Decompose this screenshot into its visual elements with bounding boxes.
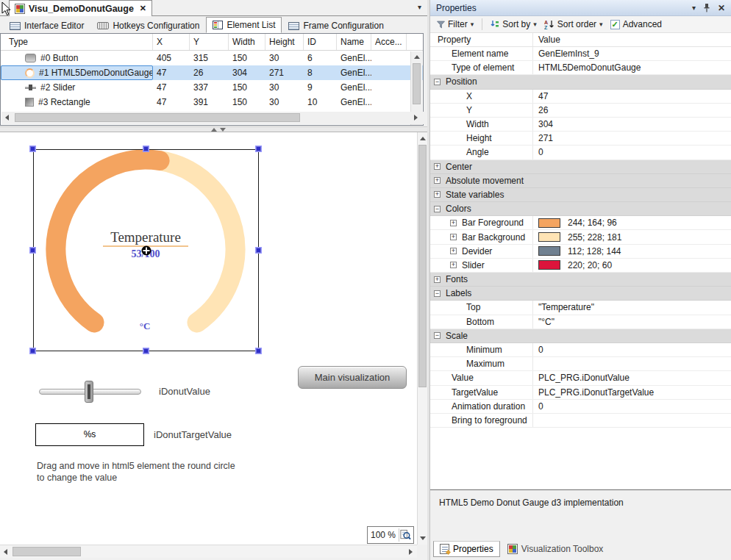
property-value-cell[interactable]: PLC_PRG.iDonutValue <box>532 371 731 384</box>
close-tab-icon[interactable]: ✕ <box>140 4 146 13</box>
property-row[interactable]: Bring to foreground <box>430 414 731 428</box>
scrollbar-thumb[interactable] <box>15 113 300 122</box>
property-value-cell[interactable]: 112; 128; 144 <box>532 245 731 258</box>
property-row[interactable]: Width304 <box>430 118 731 132</box>
tab-visualization-toolbox[interactable]: Visualization Toolbox <box>502 541 610 557</box>
main-visualization-button[interactable]: Main visualization <box>298 366 407 389</box>
resize-handle-e[interactable] <box>255 247 262 254</box>
column-header[interactable]: Acce... <box>371 34 407 50</box>
collapse-icon[interactable]: − <box>434 290 441 297</box>
tab-hotkeys-configuration[interactable]: Hotkeys Configuration <box>90 18 206 33</box>
expand-icon[interactable]: + <box>450 220 457 226</box>
sort-order-button[interactable]: A Z Sort order ▾ <box>542 18 605 31</box>
zoom-level[interactable]: 100 % <box>368 530 399 540</box>
scrollbar-thumb[interactable] <box>13 547 81 556</box>
property-row[interactable]: +Slider220; 20; 60 <box>430 259 731 273</box>
expand-icon[interactable]: + <box>434 163 441 170</box>
property-row[interactable]: Angle0 <box>430 146 731 159</box>
expand-icon[interactable]: + <box>450 248 457 254</box>
resize-handle-n[interactable] <box>143 146 149 152</box>
pin-icon[interactable] <box>703 3 710 12</box>
cell-type[interactable]: #3 Rectangle <box>1 95 153 110</box>
property-row[interactable]: ValuePLC_PRG.iDonutValue <box>430 371 731 385</box>
splitter-up-icon[interactable] <box>211 128 217 132</box>
expand-icon[interactable]: + <box>434 191 441 198</box>
column-header[interactable]: Name <box>337 34 371 50</box>
property-value-cell[interactable]: 255; 228; 181 <box>532 230 731 243</box>
table-row[interactable]: #1 HTML5DemoDonutGauge47263042718GenEl..… <box>1 65 423 80</box>
expand-icon[interactable]: + <box>450 262 457 268</box>
property-group-row[interactable]: +Center <box>430 160 731 174</box>
magnifier-icon[interactable] <box>399 528 412 542</box>
tab-interface-editor[interactable]: Interface Editor <box>3 18 90 33</box>
scroll-right-icon[interactable] <box>409 549 413 555</box>
canvas-hscrollbar[interactable] <box>0 545 417 558</box>
property-group-row[interactable]: +Fonts <box>430 273 731 287</box>
element-list-hscrollbar[interactable] <box>1 112 424 124</box>
collapse-icon[interactable]: − <box>434 79 441 85</box>
visualization-canvas[interactable]: Temperature 53/100 °C iDonutValue %s iDo… <box>0 132 417 545</box>
column-header[interactable]: Width <box>229 34 265 50</box>
property-value-cell[interactable] <box>532 414 731 427</box>
property-row[interactable]: Height271 <box>430 132 731 146</box>
property-row[interactable]: +Bar Background255; 228; 181 <box>430 230 731 244</box>
property-row[interactable]: +Bar Foreground244; 164; 96 <box>430 216 731 230</box>
property-group-row[interactable]: −Colors <box>430 202 731 216</box>
zoom-control[interactable]: 100 % <box>367 526 414 544</box>
color-swatch[interactable] <box>538 218 560 228</box>
collapse-icon[interactable]: − <box>434 332 441 339</box>
target-value-input[interactable]: %s <box>35 423 144 446</box>
scroll-left-icon[interactable] <box>5 115 9 121</box>
property-value-cell[interactable]: 0 <box>532 400 731 413</box>
expand-icon[interactable]: + <box>434 177 441 184</box>
property-row[interactable]: Element nameGenElemInst_9 <box>430 47 731 61</box>
property-group-row[interactable]: −Labels <box>430 287 731 301</box>
scroll-up-icon[interactable] <box>420 137 426 140</box>
property-row[interactable]: +Devider112; 128; 144 <box>430 245 731 259</box>
property-row[interactable]: Y26 <box>430 104 731 118</box>
resize-handle-w[interactable] <box>29 247 36 254</box>
resize-handle-nw[interactable] <box>29 146 36 152</box>
document-tab[interactable]: Visu_DemoDonutGauge ✕ <box>9 0 152 16</box>
property-group-row[interactable]: −Position <box>430 75 731 89</box>
tab-overflow-icon[interactable]: ▾ <box>418 3 421 11</box>
column-header[interactable]: Type <box>1 34 153 50</box>
cell-type[interactable]: #2 Slider <box>1 80 153 95</box>
advanced-toggle[interactable]: ✓ Advanced <box>608 18 664 31</box>
close-panel-icon[interactable]: ✕ <box>718 3 725 13</box>
column-header[interactable]: ID <box>304 34 337 50</box>
property-value-cell[interactable]: "°C" <box>532 315 731 329</box>
color-swatch[interactable] <box>538 232 560 242</box>
property-value-cell[interactable]: HTML5DemoDonutGauge <box>532 61 731 74</box>
scroll-left-icon[interactable] <box>4 549 7 555</box>
property-row[interactable]: Type of elementHTML5DemoDonutGauge <box>430 61 731 75</box>
table-row[interactable]: #3 Rectangle473911503010GenEl... <box>1 95 423 110</box>
property-value-cell[interactable]: 244; 164; 96 <box>532 216 731 229</box>
tab-frame-configuration[interactable]: Frame Configuration <box>282 18 390 33</box>
property-value-cell[interactable]: 26 <box>532 104 731 117</box>
slider-thumb[interactable] <box>85 381 93 403</box>
property-row[interactable]: TargetValuePLC_PRG.iDonutTargetValue <box>430 386 731 400</box>
resize-handle-ne[interactable] <box>255 146 262 152</box>
scrollbar-thumb[interactable] <box>413 63 421 104</box>
collapse-icon[interactable]: − <box>434 206 441 212</box>
splitter-down-icon[interactable] <box>220 128 226 132</box>
cell-type[interactable]: #0 Button <box>1 51 153 65</box>
property-value-cell[interactable]: 304 <box>532 118 731 131</box>
horizontal-splitter[interactable] <box>0 126 427 132</box>
property-group-row[interactable]: +Absolute movement <box>430 174 731 188</box>
window-menu-icon[interactable]: ▾ <box>692 4 696 12</box>
table-row[interactable]: #2 Slider47337150309GenEl... <box>1 80 423 95</box>
column-header-value[interactable]: Value <box>532 33 731 46</box>
resize-handle-s[interactable] <box>143 348 149 354</box>
property-value-cell[interactable]: GenElemInst_9 <box>532 47 731 60</box>
scroll-down-icon[interactable] <box>420 536 426 540</box>
property-group-row[interactable]: +State variables <box>430 188 731 202</box>
cell-type[interactable]: #1 HTML5DemoDonutGauge <box>1 65 153 80</box>
property-value-cell[interactable]: 47 <box>532 90 731 103</box>
property-value-cell[interactable]: 0 <box>532 146 731 159</box>
color-swatch[interactable] <box>538 246 560 256</box>
tab-properties[interactable]: Properties <box>433 541 500 557</box>
property-group-row[interactable]: −Scale <box>430 329 731 343</box>
column-header[interactable]: Y <box>190 34 229 50</box>
